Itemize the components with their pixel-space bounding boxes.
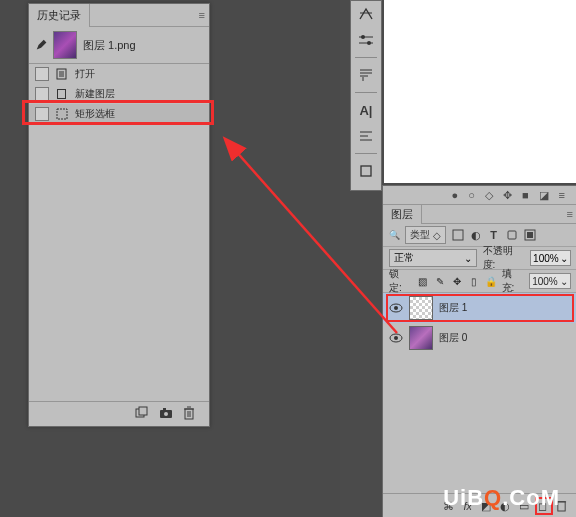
history-item-marquee[interactable]: 矩形选框	[29, 104, 209, 124]
marquee-icon	[55, 108, 69, 120]
layer-name[interactable]: 图层 0	[439, 331, 467, 345]
layer-name[interactable]: 图层 1	[439, 301, 467, 315]
blend-mode-select[interactable]: 正常⌄	[389, 249, 477, 267]
history-item-new-layer[interactable]: 新建图层	[29, 84, 209, 104]
filter-search-icon: 🔍	[389, 230, 400, 240]
svg-rect-29	[361, 166, 371, 176]
history-document-row[interactable]: 图层 1.png	[29, 27, 209, 64]
document-icon	[55, 68, 69, 80]
svg-point-35	[394, 306, 398, 310]
right-rail: ● ○ ◇ ✥ ■ ◪ ≡ 图层 ≡ 🔍 类型◇ ◐ T 正常⌄ 不透明度: 1…	[382, 185, 576, 517]
visibility-icon[interactable]	[389, 303, 403, 313]
lock-row: 锁定: ▧ ✎ ✥ ▯ 🔒 填充: 100%⌄	[383, 270, 576, 293]
history-item-open[interactable]: 打开	[29, 64, 209, 84]
layers-header: 图层 ≡	[383, 205, 576, 224]
lock-label: 锁定:	[389, 267, 412, 295]
svg-rect-6	[57, 109, 67, 119]
mode-overlap-icon[interactable]: ◪	[539, 189, 549, 202]
fill-value[interactable]: 100%⌄	[529, 273, 571, 289]
svg-point-10	[164, 412, 168, 416]
history-checkbox[interactable]	[35, 107, 49, 121]
collapse-icon[interactable]: ◄◄	[191, 0, 209, 1]
history-panel: ◄◄ × 历史记录 ≡ 图层 1.png 打开 新建图层 矩形选框	[28, 3, 210, 427]
layers-menu-icon[interactable]: ≡	[567, 208, 573, 220]
brush-icon	[35, 38, 49, 52]
svg-rect-31	[508, 231, 516, 239]
panel-menu-icon[interactable]: ≡	[199, 9, 205, 21]
artboard-icon[interactable]	[356, 162, 376, 180]
document-name: 图层 1.png	[83, 38, 136, 53]
watermark: UiBQ.CoM	[443, 485, 560, 511]
history-label: 新建图层	[75, 87, 115, 101]
paragraph-icon[interactable]	[356, 66, 376, 84]
history-tab[interactable]: 历史记录	[29, 4, 90, 27]
mode-stroke-icon[interactable]: ○	[468, 189, 475, 201]
lock-artboard-icon[interactable]: ▯	[468, 276, 480, 287]
kind-select[interactable]: 类型◇	[405, 226, 446, 244]
document-icon	[55, 88, 69, 100]
svg-point-37	[394, 336, 398, 340]
svg-rect-5	[58, 90, 65, 98]
blend-row: 正常⌄ 不透明度: 100%⌄	[383, 247, 576, 270]
tool-icon-1[interactable]	[356, 5, 376, 23]
layer-thumbnail[interactable]	[409, 326, 433, 350]
filter-shape-icon[interactable]	[505, 229, 518, 242]
svg-rect-33	[527, 232, 533, 238]
mode-fill-icon[interactable]: ●	[452, 189, 459, 201]
shape-mode-row: ● ○ ◇ ✥ ■ ◪ ≡	[383, 186, 576, 205]
history-panel-header: 历史记录 ≡	[29, 4, 209, 27]
document-thumbnail	[53, 31, 77, 59]
history-label: 打开	[75, 67, 95, 81]
snapshot-icon[interactable]	[159, 407, 173, 422]
align-icon[interactable]	[356, 127, 376, 145]
layer-row-0[interactable]: 图层 0	[383, 323, 576, 353]
character-icon[interactable]: A|	[356, 101, 376, 119]
history-footer	[29, 401, 209, 426]
document-canvas[interactable]	[384, 0, 576, 183]
close-icon[interactable]: ×	[217, 0, 223, 3]
mode-diamond-icon[interactable]: ◇	[485, 189, 493, 202]
filter-pixel-icon[interactable]	[451, 229, 464, 242]
svg-rect-12	[185, 409, 193, 419]
lock-all-icon[interactable]: 🔒	[485, 276, 497, 287]
lock-image-icon[interactable]: ✎	[434, 276, 446, 287]
layer-row-1[interactable]: 图层 1	[383, 293, 576, 323]
svg-rect-11	[163, 408, 166, 410]
layer-filter-row: 🔍 类型◇ ◐ T	[383, 224, 576, 247]
sliders-icon[interactable]	[356, 31, 376, 49]
filter-adjustment-icon[interactable]: ◐	[469, 229, 482, 242]
mode-move-icon[interactable]: ✥	[503, 189, 512, 202]
filter-type-icon[interactable]: T	[487, 229, 500, 242]
lock-transparency-icon[interactable]: ▧	[417, 276, 429, 287]
svg-rect-8	[139, 407, 147, 415]
visibility-icon[interactable]	[389, 333, 403, 343]
svg-rect-30	[453, 230, 463, 240]
svg-point-21	[367, 41, 371, 45]
svg-point-19	[361, 35, 365, 39]
fill-label: 填充:	[502, 267, 525, 295]
options-toolbar: A|	[350, 0, 382, 191]
filter-smart-icon[interactable]	[523, 229, 536, 242]
history-checkbox[interactable]	[35, 87, 49, 101]
history-label: 矩形选框	[75, 107, 115, 121]
opacity-value[interactable]: 100%⌄	[530, 250, 571, 266]
trash-icon[interactable]	[183, 406, 195, 423]
mode-menu-icon[interactable]: ≡	[559, 189, 565, 201]
lock-position-icon[interactable]: ✥	[451, 276, 463, 287]
layers-tab[interactable]: 图层	[383, 205, 422, 224]
new-doc-from-state-icon[interactable]	[135, 406, 149, 423]
mode-square-icon[interactable]: ■	[522, 189, 529, 201]
history-checkbox[interactable]	[35, 67, 49, 81]
layer-thumbnail[interactable]	[409, 296, 433, 320]
